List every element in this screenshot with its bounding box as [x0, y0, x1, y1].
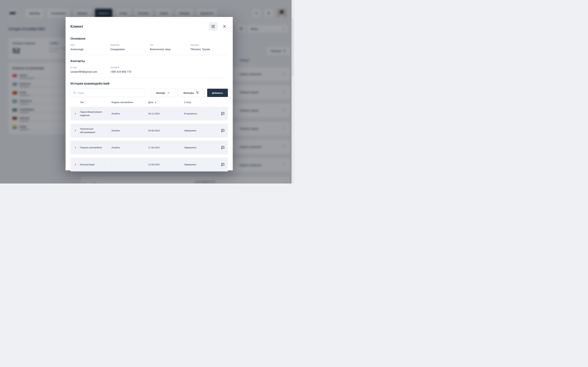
comment-icon: [221, 146, 225, 150]
car-model: Zeryfina: [112, 146, 148, 149]
column-header-label: Статус: [184, 101, 191, 104]
comment-icon: [221, 129, 225, 133]
history-row[interactable]: Техническое обслуживание Zeryfina 03.08.…: [70, 124, 228, 137]
field-label: Локация: [190, 44, 228, 46]
field-value: sandar999@gmail.com: [70, 70, 110, 73]
column-header-label: Модель автомобиля: [112, 101, 133, 104]
field: Имя Александр: [70, 44, 110, 51]
car-model: Zeryfina: [112, 112, 148, 115]
client-modal: Клиент Основное Имя Александр Фамилия Са…: [66, 17, 233, 170]
interaction-status: В прогрессе: [184, 112, 218, 115]
interaction-status: Завершено: [184, 163, 218, 166]
search-icon: [73, 91, 76, 94]
expand-row-button[interactable]: [74, 112, 80, 115]
car-model: Zeryfina: [112, 129, 148, 132]
main-fields: Имя Александр Фамилия Сандарович Тип Физ…: [70, 44, 228, 51]
field-value: Тбилиси, Грузия: [190, 48, 228, 51]
section-divider: [70, 55, 228, 55]
field: Локация Тбилиси, Грузия: [190, 44, 228, 51]
field-label: Тип: [150, 44, 190, 46]
column-header[interactable]: Дата: [148, 101, 184, 104]
history-table-body: Гарантийный ремонт подвески Zeryfina 03.…: [70, 107, 228, 171]
interaction-date: 12.06.2022: [148, 163, 184, 166]
column-header[interactable]: Тип: [80, 101, 112, 104]
chevron-down-icon: [167, 92, 170, 94]
history-row[interactable]: Консультация - 12.06.2022 Завершено: [70, 158, 228, 171]
field-value: Александр: [70, 48, 110, 51]
interaction-type: Техническое обслуживание: [80, 127, 112, 134]
history-search-input[interactable]: [78, 92, 143, 94]
section-title-history: История взаимодействий: [70, 82, 228, 85]
chevron-right-icon: [74, 112, 77, 115]
field: Фамилия Сандарович: [110, 44, 150, 51]
interaction-type: Гарантийный ремонт подвески: [80, 110, 112, 117]
chevron-right-icon: [74, 163, 77, 166]
modal-title: Клиент: [70, 24, 83, 29]
history-row[interactable]: Покупка автомобиля Zeryfina 17.06.2022 З…: [70, 141, 228, 154]
comment-icon: [221, 112, 225, 116]
column-header-label: Дата: [148, 101, 153, 104]
close-modal-button[interactable]: [221, 23, 228, 30]
interaction-status: Завершено: [184, 146, 218, 149]
interaction-date: 03.11.2024: [148, 112, 184, 115]
history-table-header: Тип Модель автомобиля Дата Статус: [70, 101, 228, 104]
edit-client-button[interactable]: [209, 22, 217, 31]
filters-label: Фильтры: [183, 92, 194, 94]
column-header-label: Тип: [80, 101, 84, 104]
filter-funnel-icon: [196, 91, 199, 94]
field-label: Имя: [70, 44, 110, 46]
chevron-right-icon: [74, 129, 77, 132]
comment-button[interactable]: [218, 163, 225, 167]
field-value: Сандарович: [110, 48, 150, 51]
scrollbar-thumb[interactable]: [292, 18, 294, 76]
sort-descending-icon[interactable]: [154, 101, 157, 103]
history-search[interactable]: [70, 89, 145, 97]
comment-button[interactable]: [218, 129, 225, 133]
interaction-date: 03.08.2023: [148, 129, 184, 132]
field: E-mail sandar999@gmail.com: [70, 66, 110, 73]
expand-row-button[interactable]: [74, 163, 80, 166]
interaction-type: Консультация: [80, 163, 112, 166]
export-label: Экспорт: [156, 92, 165, 94]
comment-button[interactable]: [218, 112, 225, 116]
section-title-main: Основное: [70, 37, 228, 40]
contact-fields: E-mail sandar999@gmail.com Телефон +995 …: [70, 66, 228, 73]
field-label: E-mail: [70, 66, 110, 69]
column-header[interactable]: Статус: [184, 101, 218, 104]
field: Тип Физическое лицо: [150, 44, 190, 51]
modal-header: Клиент: [70, 22, 228, 31]
history-row[interactable]: Гарантийный ремонт подвески Zeryfina 03.…: [70, 107, 228, 120]
field-label: Телефон: [110, 66, 228, 69]
history-filters-button[interactable]: Фильтры: [178, 89, 204, 97]
section-title-contacts: Контакты: [70, 59, 228, 63]
expand-row-button[interactable]: [74, 129, 80, 132]
interaction-status: Завершено: [184, 129, 218, 132]
chevron-right-icon: [74, 146, 77, 149]
interaction-date: 17.06.2022: [148, 146, 184, 149]
field: Телефон +995 424 859 773: [110, 66, 228, 73]
field-value: +995 424 859 773: [110, 70, 228, 73]
car-model: -: [112, 163, 148, 166]
field-label: Фамилия: [110, 44, 150, 46]
close-icon: [223, 25, 226, 28]
expand-row-button[interactable]: [74, 146, 80, 149]
page-scrollbar[interactable]: [292, 0, 294, 184]
comment-button[interactable]: [218, 146, 225, 150]
field-value: Физическое лицо: [150, 48, 190, 51]
history-toolbar: Экспорт Фильтры Добавить: [70, 89, 228, 97]
add-label: Добавить: [212, 92, 223, 94]
add-interaction-button[interactable]: Добавить: [207, 89, 228, 97]
export-button[interactable]: Экспорт: [151, 89, 175, 97]
comment-icon: [221, 163, 225, 167]
column-header[interactable]: Модель автомобиля: [112, 101, 148, 104]
interaction-type: Покупка автомобиля: [80, 146, 112, 149]
edit-pencil-icon: [211, 25, 215, 28]
